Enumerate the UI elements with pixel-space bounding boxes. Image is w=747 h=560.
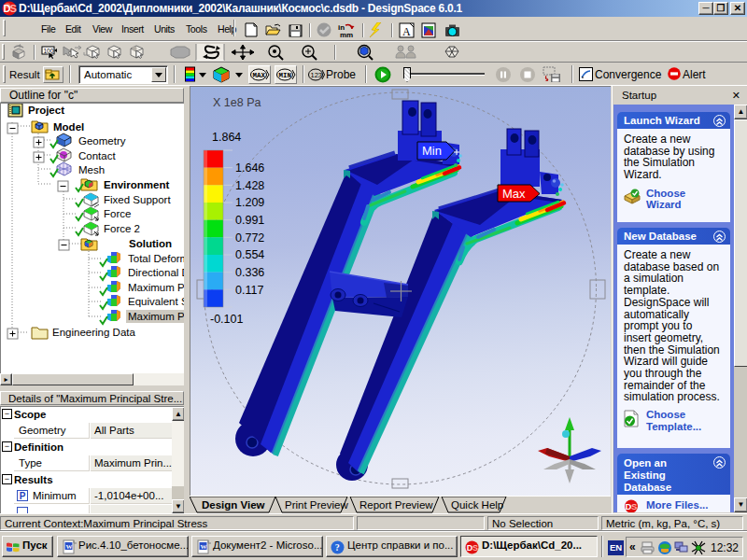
svg-text:1.428: 1.428 — [235, 179, 264, 192]
svg-text:X 1e8 Pa: X 1e8 Pa — [213, 96, 261, 109]
svg-text:?: ? — [335, 542, 340, 553]
svg-text:MAX: MAX — [253, 72, 266, 79]
svg-text:Mesh: Mesh — [78, 164, 105, 175]
svg-text:0.336: 0.336 — [235, 266, 264, 279]
svg-text:Maximum Prin: Maximum Prin — [128, 282, 184, 293]
svg-text:S: S — [631, 501, 637, 511]
svg-text:1.864: 1.864 — [212, 131, 241, 144]
svg-text:S: S — [472, 543, 478, 553]
svg-text:1.209: 1.209 — [235, 196, 264, 209]
svg-text:Directional De: Directional De — [128, 267, 184, 278]
svg-text:Maximum Prin: Maximum Prin — [128, 311, 184, 322]
svg-text:Engineering Data: Engineering Data — [52, 327, 135, 338]
svg-text:0.554: 0.554 — [235, 248, 264, 261]
svg-text:Project: Project — [28, 105, 64, 116]
svg-text:Max: Max — [502, 187, 526, 201]
svg-text:0.772: 0.772 — [235, 231, 264, 245]
svg-text:Report Preview: Report Preview — [359, 499, 433, 511]
svg-text:Contact: Contact — [78, 150, 116, 161]
svg-text:Force: Force — [104, 208, 131, 219]
svg-text:Min: Min — [422, 144, 442, 158]
svg-text:1.646: 1.646 — [235, 161, 264, 175]
svg-text:Force 2: Force 2 — [104, 223, 140, 234]
svg-text:Equivalent St: Equivalent St — [128, 296, 184, 307]
svg-text:Design View: Design View — [202, 499, 265, 511]
svg-text:W: W — [201, 543, 207, 551]
svg-text:Geometry: Geometry — [78, 135, 126, 147]
svg-text:-0.101: -0.101 — [210, 313, 243, 326]
svg-text:Total Deforma: Total Deforma — [128, 253, 184, 264]
svg-text:A: A — [402, 25, 411, 38]
svg-text:Model: Model — [53, 121, 84, 133]
svg-text:0.991: 0.991 — [235, 214, 264, 227]
svg-text:123: 123 — [311, 71, 323, 79]
svg-text:MIN: MIN — [279, 72, 292, 79]
svg-text:S: S — [10, 3, 17, 14]
svg-text:Fixed Support: Fixed Support — [104, 194, 171, 205]
svg-text:mm: mm — [340, 31, 353, 38]
svg-text:Quick Help: Quick Help — [451, 499, 503, 511]
svg-text:Environment: Environment — [104, 179, 169, 190]
svg-text:0.117: 0.117 — [235, 284, 263, 297]
svg-text:Solution: Solution — [129, 238, 172, 249]
svg-text:W: W — [66, 543, 73, 551]
svg-text:Print Preview: Print Preview — [285, 499, 348, 511]
